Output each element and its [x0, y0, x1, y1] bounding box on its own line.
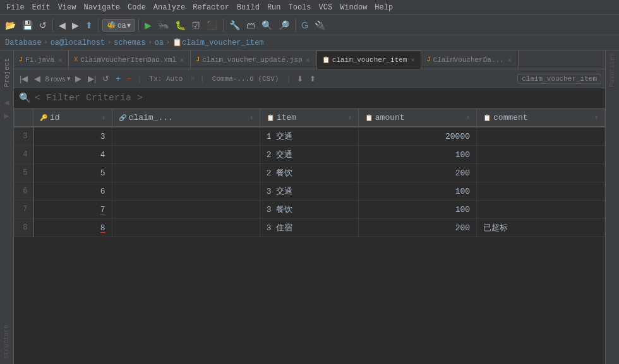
first-row-btn[interactable]: |◀: [18, 73, 30, 84]
breadcrumb-table[interactable]: claim_voucher_item: [182, 38, 264, 47]
refresh-btn[interactable]: ↺: [100, 73, 111, 84]
menu-edit[interactable]: Edit: [28, 2, 54, 13]
project-dropdown[interactable]: 🐝 oa ▾: [102, 19, 135, 32]
plugin-btn[interactable]: 🔌: [312, 19, 328, 32]
filter-bar[interactable]: 🔍 < Filter Criteria >: [14, 88, 605, 109]
menu-navigate[interactable]: Navigate: [80, 2, 124, 13]
tab-jsp[interactable]: J claim_voucher_update.jsp ✕: [191, 50, 316, 69]
build-ant-btn[interactable]: 🐜: [155, 19, 171, 32]
menu-view[interactable]: View: [54, 2, 80, 13]
tab-claim-voucher-item[interactable]: 📋 claim_voucher_item ✕: [317, 50, 422, 69]
cell-item[interactable]: 3 餐饮: [260, 201, 358, 219]
table-row[interactable]: 442 交通100: [15, 146, 605, 164]
right-sidebar-favorites[interactable]: Favorites: [609, 53, 616, 92]
cell-comment[interactable]: [477, 146, 605, 164]
tab-dao-xml-close[interactable]: ✕: [179, 56, 185, 64]
export-down-btn[interactable]: ⬇: [295, 74, 305, 83]
cell-comment[interactable]: 已超标: [477, 219, 605, 237]
cell-claim[interactable]: [112, 146, 260, 164]
breadcrumb-database[interactable]: Database: [5, 38, 42, 47]
sidebar-expand-btn[interactable]: ▶: [4, 110, 9, 121]
cell-comment[interactable]: [477, 201, 605, 219]
menu-analyze[interactable]: Analyze: [150, 2, 189, 13]
cell-id[interactable]: 7: [33, 201, 112, 219]
table-row[interactable]: 883 住宿200已超标: [15, 219, 605, 237]
data-table-wrapper[interactable]: 🔑 id ⇕ 🔗 claim_... ⇕: [14, 109, 605, 364]
debug-btn[interactable]: 🐛: [172, 19, 188, 32]
cell-comment[interactable]: [477, 164, 605, 182]
nav-forward-btn[interactable]: ▶: [69, 19, 81, 32]
next-page-btn[interactable]: ▶: [73, 73, 83, 84]
coverage-btn[interactable]: ☑: [189, 19, 203, 32]
menu-tools[interactable]: Tools: [285, 2, 315, 13]
delete-row-btn[interactable]: −: [125, 73, 134, 84]
th-item[interactable]: 📋 item ⇕: [260, 109, 358, 127]
save-btn[interactable]: 💾: [20, 19, 35, 32]
cell-item[interactable]: 1 交通: [260, 127, 358, 146]
tab-claim-close[interactable]: ✕: [409, 56, 416, 64]
cell-id[interactable]: 3: [33, 127, 112, 146]
tab-dao-xml[interactable]: X ClaimVoucherItemDao.xml ✕: [69, 50, 191, 69]
cell-id[interactable]: 5: [33, 164, 112, 182]
menu-window[interactable]: Window: [336, 2, 371, 13]
cell-claim[interactable]: [112, 182, 260, 201]
cell-id[interactable]: 4: [33, 146, 112, 164]
find2-btn[interactable]: 🔎: [276, 19, 292, 32]
breadcrumb-host[interactable]: oa@localhost: [51, 38, 105, 47]
sync-btn[interactable]: ↺: [37, 19, 49, 32]
table-row[interactable]: 663 交通100: [15, 182, 605, 201]
open-file-btn[interactable]: 📂: [3, 19, 18, 32]
cell-id[interactable]: 6: [33, 182, 112, 201]
cell-comment[interactable]: [477, 182, 605, 201]
cell-amount[interactable]: 100: [358, 146, 476, 164]
th-amount-sort-icon[interactable]: ⇕: [467, 114, 470, 121]
menu-build[interactable]: Build: [233, 2, 263, 13]
th-amount[interactable]: 📋 amount ⇕: [358, 109, 476, 127]
table-row[interactable]: 331 交通20000: [15, 127, 605, 146]
add-row-btn[interactable]: +: [114, 73, 123, 84]
cell-amount[interactable]: 100: [358, 182, 476, 201]
th-claim[interactable]: 🔗 claim_... ⇕: [112, 109, 260, 127]
menu-refactor[interactable]: Refactor: [189, 2, 233, 13]
menu-run[interactable]: Run: [263, 2, 285, 13]
cell-claim[interactable]: [112, 219, 260, 237]
cell-item[interactable]: 2 餐饮: [260, 164, 358, 182]
stop-btn[interactable]: ⬛: [204, 19, 220, 32]
th-item-sort-icon[interactable]: ⇕: [348, 114, 351, 121]
cell-comment[interactable]: [477, 127, 605, 146]
cell-amount[interactable]: 200: [358, 164, 476, 182]
th-comment[interactable]: 📋 comment ⇕: [477, 109, 605, 127]
th-id[interactable]: 🔑 id ⇕: [33, 109, 112, 127]
tab-jsp-close[interactable]: ✕: [305, 56, 311, 64]
cell-claim[interactable]: [112, 201, 260, 219]
cell-claim[interactable]: [112, 127, 260, 146]
cell-amount[interactable]: 200: [358, 219, 476, 237]
breadcrumb-oa[interactable]: oa: [155, 38, 164, 47]
rows-dropdown[interactable]: 8 rows ▾: [45, 74, 70, 83]
tab-dao-close[interactable]: ✕: [507, 56, 513, 64]
menu-file[interactable]: File: [3, 2, 28, 13]
cell-id[interactable]: 8: [33, 219, 112, 237]
th-claim-sort-icon[interactable]: ⇕: [249, 114, 253, 121]
menu-code[interactable]: Code: [124, 2, 150, 13]
cell-claim[interactable]: [112, 164, 260, 182]
cell-amount[interactable]: 100: [358, 201, 476, 219]
tab-f1java-close[interactable]: ✕: [57, 56, 63, 64]
tab-claim-voucher-dao[interactable]: J ClaimVoucherDa... ✕: [421, 50, 518, 69]
table-row[interactable]: 552 餐饮200: [15, 164, 605, 182]
prev-page-btn[interactable]: ◀: [32, 73, 42, 84]
cell-item[interactable]: 3 住宿: [260, 219, 358, 237]
export-up-btn[interactable]: ⬆: [308, 74, 318, 83]
last-row-btn[interactable]: ▶|: [86, 73, 98, 84]
search-btn[interactable]: 🔧: [227, 19, 243, 32]
sidebar-project-tab[interactable]: Project: [2, 53, 12, 92]
cell-item[interactable]: 2 交通: [260, 146, 358, 164]
cell-item[interactable]: 3 交通: [260, 182, 358, 201]
menu-help[interactable]: Help: [371, 2, 397, 13]
translate-btn[interactable]: G: [299, 19, 311, 32]
th-id-sort-icon[interactable]: ⇕: [102, 114, 105, 121]
sidebar-structure-tab[interactable]: Structure: [2, 320, 11, 364]
menu-vcs[interactable]: VCS: [315, 2, 337, 13]
table-row[interactable]: 773 餐饮100: [15, 201, 605, 219]
nav-back-btn[interactable]: ◀: [56, 19, 68, 32]
